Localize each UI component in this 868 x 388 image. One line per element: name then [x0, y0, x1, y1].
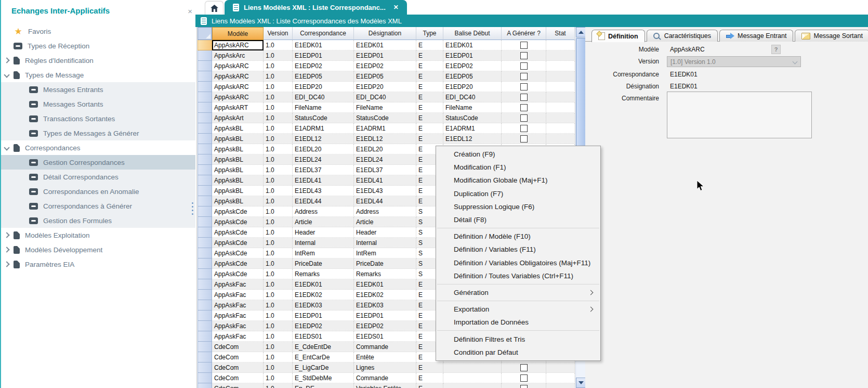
tab-message-sortant[interactable]: Message Sortant	[795, 30, 868, 42]
row-selector[interactable]	[198, 363, 212, 373]
row-selector[interactable]	[198, 227, 212, 238]
checkbox-icon[interactable]	[520, 114, 528, 122]
menu-item[interactable]: Définition / Modèle (F10)	[436, 230, 600, 243]
row-selector[interactable]	[198, 383, 212, 388]
row-selector[interactable]	[198, 279, 212, 290]
row-selector[interactable]	[198, 196, 212, 206]
row-selector[interactable]	[198, 206, 212, 217]
menu-item[interactable]: Définition Filtres et Tris	[436, 332, 600, 345]
menu-item[interactable]: Modification (F1)	[436, 161, 600, 174]
sidebar-item[interactable]: Modèles Exploitation	[0, 228, 195, 242]
column-header[interactable]: Stat	[546, 27, 575, 40]
sidebar-item[interactable]: Correspondances à Générer	[0, 199, 195, 213]
help-button[interactable]: ?	[771, 45, 781, 54]
column-header[interactable]: Modèle	[212, 27, 264, 40]
sidebar-item[interactable]: Correspondances en Anomalie	[0, 184, 195, 199]
table-row[interactable]: AppAskARC1.0EDI_DC40EDI_DC40EEDI_DC40	[198, 92, 575, 102]
checkbox-icon[interactable]	[520, 94, 528, 101]
menu-item[interactable]: Détail (F8)	[436, 213, 600, 226]
commentaire-field[interactable]	[667, 92, 812, 138]
menu-item[interactable]: Définition / Variables (F11)	[436, 243, 600, 256]
row-selector[interactable]	[198, 311, 212, 321]
row-selector[interactable]	[198, 186, 212, 196]
sidebar-item[interactable]: ★Favoris	[0, 24, 195, 38]
column-header[interactable]: Version	[264, 27, 293, 40]
table-row[interactable]: AppAskArt1.0StatusCodeStatusCodeEStatusC…	[198, 113, 575, 123]
table-row[interactable]: AppAskARC1.0E1EDP05E1EDP05EE1EDP05	[198, 71, 575, 82]
menu-item[interactable]: Définition / Variables Obligatoires (Maj…	[436, 256, 600, 269]
sidebar-item[interactable]: Modèles Développement	[0, 242, 195, 257]
table-row[interactable]: AppAskBL1.0E1EDL12E1EDL12EE1EDL12	[198, 134, 575, 144]
sidebar-item[interactable]: Types de Message	[0, 68, 195, 82]
column-header[interactable]: Désignation	[354, 27, 416, 40]
chevron-right-icon[interactable]	[4, 57, 9, 63]
column-header[interactable]: Correspondance	[293, 27, 354, 40]
sidebar-item[interactable]: Transactions Sortantes	[0, 111, 195, 126]
sidebar-item[interactable]: Messages Sortants	[0, 97, 195, 111]
tab-close-icon[interactable]: ✕	[393, 4, 399, 11]
row-selector[interactable]	[198, 71, 212, 82]
sidebar-item[interactable]: Correspondances	[0, 140, 195, 155]
table-row[interactable]: CdeCom1.0Ep_DEVariables EntêteE	[198, 383, 575, 388]
table-row[interactable]: AppAskBL1.0E1ADRM1E1ADRM1EE1ADRM1	[198, 123, 575, 134]
row-selector[interactable]	[198, 300, 212, 311]
row-selector[interactable]	[198, 238, 212, 248]
chevron-down-icon[interactable]	[4, 145, 9, 150]
checkbox-icon[interactable]	[520, 62, 528, 70]
row-selector[interactable]	[198, 134, 212, 144]
checkbox-icon[interactable]	[520, 374, 528, 382]
column-header[interactable]: A Générer ?	[502, 27, 546, 40]
menu-item[interactable]: Importation de Données	[436, 316, 600, 329]
menu-item[interactable]: Condition par Défaut	[436, 346, 600, 359]
table-row[interactable]: AppAskART1.0FileNameFileNameEFileName	[198, 102, 575, 113]
checkbox-icon[interactable]	[520, 125, 528, 132]
chevron-right-icon[interactable]	[4, 247, 9, 252]
checkbox-icon[interactable]	[520, 364, 528, 371]
menu-item[interactable]: Suppression Logique (F6)	[436, 200, 600, 213]
table-row[interactable]: AppAskARC1.0E1EDK01E1EDK01EE1EDK01	[198, 40, 575, 50]
column-header[interactable]: Type	[416, 27, 443, 40]
row-selector[interactable]	[198, 217, 212, 227]
table-row[interactable]: AppAskARC1.0E1EDP02E1EDP02EE1EDP02	[198, 61, 575, 71]
tab-liens-modeles-xml[interactable]: Liens Modèles XML : Liste Correspondanc.…	[225, 0, 407, 15]
checkbox-icon[interactable]	[520, 52, 528, 59]
checkbox-icon[interactable]	[520, 135, 528, 143]
column-header[interactable]: Balise Début	[443, 27, 502, 40]
menu-item[interactable]: Définition / Toutes Variables (Ctrl+F11)	[436, 269, 600, 282]
checkbox-icon[interactable]	[520, 73, 528, 80]
row-selector[interactable]	[198, 342, 212, 352]
tab-d-finition[interactable]: Définition	[591, 30, 645, 42]
row-selector[interactable]	[198, 258, 212, 269]
checkbox-icon[interactable]	[520, 42, 528, 49]
menu-item[interactable]: Duplication (F7)	[436, 187, 600, 200]
row-selector[interactable]	[198, 123, 212, 134]
row-selector[interactable]	[198, 92, 212, 102]
row-selector[interactable]	[198, 269, 212, 279]
sidebar-item[interactable]: Types de Messages à Générer	[0, 126, 195, 140]
row-selector[interactable]	[198, 321, 212, 331]
checkbox-icon[interactable]	[520, 104, 528, 111]
row-selector[interactable]	[198, 290, 212, 300]
scroll-down-button[interactable]	[576, 378, 586, 388]
tab-caract-ristiques[interactable]: Caractéristiques	[647, 30, 718, 42]
version-select[interactable]: [1.0] Version 1.0	[667, 56, 801, 67]
sidebar-item[interactable]: Règles d'Identification	[0, 53, 195, 68]
chevron-right-icon[interactable]	[4, 232, 9, 238]
tab-home[interactable]	[205, 1, 223, 15]
row-selector[interactable]	[198, 82, 212, 92]
row-selector[interactable]	[198, 373, 212, 383]
select-all-corner[interactable]	[198, 27, 212, 40]
row-selector[interactable]	[198, 144, 212, 154]
chevron-down-icon[interactable]	[4, 72, 9, 77]
row-selector[interactable]	[198, 40, 212, 50]
row-selector[interactable]	[198, 165, 212, 175]
scroll-up-button[interactable]	[576, 27, 586, 37]
sidebar-item[interactable]: Messages Entrants	[0, 82, 195, 97]
table-row[interactable]: AppAskArc1.0E1EDP01E1EDP01EE1EDP01	[198, 50, 575, 61]
menu-item[interactable]: Modification Globale (Maj+F1)	[436, 174, 600, 187]
row-selector[interactable]	[198, 154, 212, 165]
checkbox-icon[interactable]	[520, 83, 528, 90]
menu-item[interactable]: Génération	[436, 286, 600, 299]
row-selector[interactable]	[198, 352, 212, 363]
row-selector[interactable]	[198, 113, 212, 123]
